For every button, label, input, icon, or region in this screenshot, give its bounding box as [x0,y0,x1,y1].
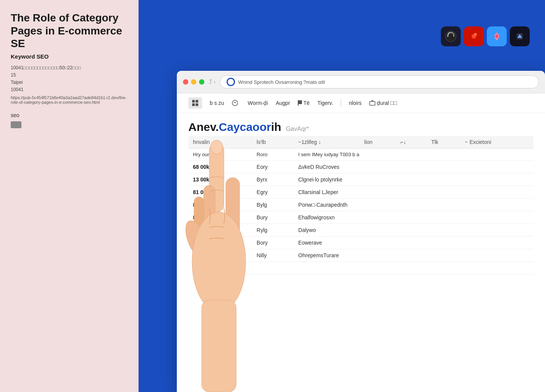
browser-icon-svg-3 [491,30,503,42]
cell-col3-3: Ponw□·Caurapednth [294,199,534,211]
nav-separator [341,99,341,107]
cell-col3-7: OhrepemsTurare [294,249,534,262]
cell-col3-1: Clgnei·lo ptolynrke [294,173,534,186]
hand-overlay [173,132,280,392]
cell-col3-2: Cllarsinal LJeper [294,186,534,199]
traffic-light-red[interactable] [183,79,188,85]
svg-rect-7 [196,100,198,103]
browser-chrome: ⤴ › Wnind Sprotech Ovsarroning ?mats αit… [177,71,545,93]
cell-col3-0: ΔvkeD RuCroves [294,161,534,173]
th-zlifeg: ~1zlifeg ↓ [294,136,359,149]
app-icon-4[interactable] [510,26,530,46]
app-icon-3[interactable] [487,26,507,46]
nav-item-worm[interactable]: Worm·ḍi [248,100,268,106]
address-circle-icon [227,78,235,86]
sidebar-url: https://pub-5c454f571b8e40a3a2aad27ade84… [11,95,128,105]
sidebar-subtitle: Keyword SEO [11,53,128,60]
main-area: ⤴ › Wnind Sprotech Ovsarroning ?mats αit… [139,0,545,392]
browser-icon-svg-2 [468,30,480,42]
sub-isem: I sem IMey iudyay T003 b a [294,149,534,161]
svg-rect-11 [298,100,302,104]
app-icon-1[interactable] [441,26,461,46]
svg-rect-6 [192,100,195,103]
th-tlk: Tlk [427,136,460,149]
traffic-lights [183,79,204,85]
address-bar[interactable]: Wnind Sprotech Ovsarroning ?mats αitl [220,75,539,88]
svg-point-15 [210,140,223,154]
traffic-light-green[interactable] [199,79,204,85]
nav-item-augpr[interactable]: Augpr [276,100,290,106]
hand-svg [173,132,280,392]
cell-col3-5: Dalywo [294,224,534,237]
grid-icon-svg [191,99,199,107]
nav-item-tigerv[interactable]: Tigerv. [317,100,333,106]
forward-icon[interactable]: › [214,78,215,85]
back-icon[interactable]: ⤴ [209,78,212,85]
sidebar-tag: seo [11,112,128,118]
share-icon [232,100,238,106]
sidebar-icon-box [11,121,21,128]
traffic-light-yellow[interactable] [191,79,196,85]
address-text: Wnind Sprotech Ovsarroning ?mats αitl [238,79,325,85]
page-subtitle-text: GavAqr* [286,126,309,132]
nav-item-nloirs[interactable]: nloirs [349,100,361,106]
page-title: The Role of Category Pages in E-commerce… [11,11,128,50]
cell-col3-4: Ehalfowigrosxn [294,211,534,224]
sidebar: The Role of Category Pages in E-commerce… [0,0,139,392]
flag-icon [298,100,302,106]
nav-item-aural[interactable]: ḍural □□ [369,100,397,106]
svg-point-10 [232,100,238,106]
svg-rect-8 [192,103,195,106]
th-excietoni: ~ Excietoni [460,136,534,149]
nav-item-te[interactable]: Tē [298,100,310,106]
svg-rect-21 [202,300,236,392]
export-icon [369,100,375,106]
svg-point-3 [474,33,477,36]
browser-icon-svg-4 [514,30,526,42]
cell-col3-8 [294,262,534,274]
browser-icon-svg-1 [445,30,457,42]
cell-col3-6: Eowerave [294,237,534,249]
th-lion: lion [360,136,396,149]
browser-nav-bar: b s zu Worm·ḍi Augpr Tē Tigerv. nloirs ḍ… [177,93,545,113]
nav-buttons: ⤴ › [209,78,215,85]
app-icon-2[interactable] [464,26,484,46]
nav-item-sr[interactable] [232,100,240,106]
blue-header [139,0,545,73]
svg-rect-9 [196,103,198,106]
svg-point-20 [192,212,246,312]
nav-item-bs[interactable]: b s zu [210,100,224,106]
app-icons-bar [441,26,530,46]
th-arrow: ⌐↓ [396,136,427,149]
nav-grid-icon[interactable] [188,97,202,109]
sidebar-meta: 10041□□□□□□□□□□□□□50□22□□□ 15 Taipei 100… [11,64,128,94]
svg-rect-13 [370,101,375,105]
